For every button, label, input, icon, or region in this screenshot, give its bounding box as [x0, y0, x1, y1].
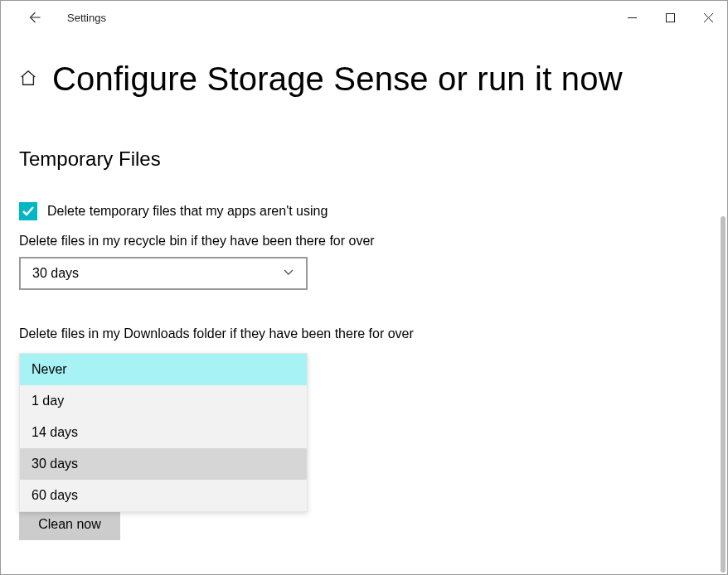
recycle-bin-dropdown[interactable]: 30 days [19, 257, 308, 290]
minimize-button[interactable] [613, 1, 651, 34]
delete-temp-checkbox-label: Delete temporary files that my apps aren… [47, 204, 328, 219]
close-icon [704, 13, 713, 22]
downloads-label: Delete files in my Downloads folder if t… [19, 326, 709, 341]
home-icon[interactable] [19, 69, 37, 90]
chevron-down-icon [283, 266, 294, 281]
dropdown-option-30-days[interactable]: 30 days [20, 448, 307, 480]
dropdown-option-60-days[interactable]: 60 days [20, 480, 307, 511]
downloads-field: Delete files in my Downloads folder if t… [19, 326, 709, 540]
page-heading-row: Configure Storage Sense or run it now [19, 60, 709, 98]
app-title: Settings [67, 12, 106, 24]
close-button[interactable] [689, 1, 727, 34]
clean-now-button[interactable]: Clean now [19, 509, 120, 540]
recycle-bin-label: Delete files in my recycle bin if they h… [19, 234, 709, 249]
maximize-button[interactable] [651, 1, 689, 34]
titlebar: Settings [1, 1, 727, 34]
section-heading: Temporary Files [19, 147, 709, 171]
maximize-icon [666, 13, 675, 22]
page-content: Configure Storage Sense or run it now Te… [1, 34, 727, 540]
back-button[interactable] [17, 1, 51, 34]
scrollbar[interactable] [721, 216, 726, 573]
svg-rect-0 [666, 13, 674, 22]
dropdown-option-never[interactable]: Never [20, 354, 307, 385]
window-controls [613, 1, 727, 34]
delete-temp-checkbox-row[interactable]: Delete temporary files that my apps aren… [19, 202, 709, 220]
delete-temp-checkbox[interactable] [19, 202, 37, 220]
dropdown-option-1-day[interactable]: 1 day [20, 385, 307, 417]
dropdown-option-14-days[interactable]: 14 days [20, 417, 307, 448]
back-icon [27, 10, 41, 25]
minimize-icon [628, 13, 637, 22]
checkmark-icon [22, 205, 35, 218]
downloads-dropdown-list: Never 1 day 14 days 30 days 60 days [19, 353, 308, 512]
recycle-bin-value: 30 days [32, 266, 283, 281]
page-title: Configure Storage Sense or run it now [52, 60, 623, 98]
